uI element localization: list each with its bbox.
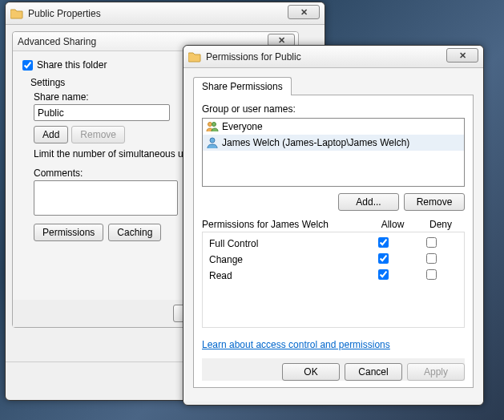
group-names-label: Group or user names: bbox=[202, 103, 465, 115]
user-name: James Welch (James-Laptop\James Welch) bbox=[222, 137, 409, 148]
permission-row: Full Control bbox=[203, 236, 464, 252]
allow-checkbox[interactable] bbox=[378, 237, 389, 248]
share-folder-label: Share this folder bbox=[37, 59, 107, 71]
group-icon bbox=[206, 120, 219, 133]
permission-name: Read bbox=[209, 270, 361, 281]
deny-checkbox[interactable] bbox=[426, 253, 437, 264]
share-name-input[interactable] bbox=[34, 104, 170, 121]
permissions-title: Permissions for Public bbox=[206, 51, 301, 63]
permissions-ok-button[interactable]: OK bbox=[282, 363, 340, 381]
permissions-close-button[interactable]: ✕ bbox=[446, 48, 478, 63]
folder-icon bbox=[188, 50, 201, 63]
deny-checkbox[interactable] bbox=[426, 269, 437, 280]
svg-point-0 bbox=[208, 123, 212, 127]
close-icon: ✕ bbox=[459, 50, 466, 61]
permissions-button-row: OK Cancel Apply bbox=[202, 358, 465, 381]
permissions-for-label: Permissions for James Welch bbox=[202, 219, 369, 230]
permissions-button[interactable]: Permissions bbox=[34, 224, 103, 241]
list-item[interactable]: James Welch (James-Laptop\James Welch) bbox=[203, 135, 464, 151]
user-name: Everyone bbox=[222, 121, 263, 132]
permission-row: Read bbox=[203, 268, 464, 284]
deny-column-header: Deny bbox=[417, 219, 465, 230]
permission-name: Change bbox=[209, 254, 361, 265]
adv-sharing-title: Advanced Sharing bbox=[18, 36, 96, 47]
user-add-button[interactable]: Add... bbox=[338, 193, 399, 211]
close-icon: ✕ bbox=[278, 35, 285, 46]
permissions-cancel-button[interactable]: Cancel bbox=[345, 363, 402, 381]
share-remove-button: Remove bbox=[71, 126, 125, 143]
close-icon: ✕ bbox=[300, 7, 308, 18]
list-item[interactable]: Everyone bbox=[203, 119, 464, 135]
tab-share-permissions[interactable]: Share Permissions bbox=[193, 77, 292, 95]
user-names-listbox[interactable]: EveryoneJames Welch (James-Laptop\James … bbox=[202, 118, 465, 187]
properties-title: Public Properties bbox=[28, 8, 101, 19]
svg-point-2 bbox=[210, 138, 215, 143]
comments-textarea[interactable] bbox=[34, 180, 178, 216]
share-add-button[interactable]: Add bbox=[34, 126, 68, 143]
permission-name: Full Control bbox=[209, 238, 361, 249]
folder-icon bbox=[10, 7, 23, 20]
user-icon bbox=[206, 136, 219, 149]
learn-link[interactable]: Learn about access control and permissio… bbox=[202, 339, 390, 350]
permissions-titlebar[interactable]: Permissions for Public ✕ bbox=[183, 46, 483, 68]
properties-titlebar[interactable]: Public Properties ✕ bbox=[6, 2, 325, 25]
permissions-list: Full ControlChangeRead bbox=[202, 232, 465, 328]
user-remove-button[interactable]: Remove bbox=[404, 193, 465, 211]
deny-checkbox[interactable] bbox=[426, 237, 437, 248]
svg-point-1 bbox=[212, 123, 216, 127]
allow-column-header: Allow bbox=[369, 219, 417, 230]
permissions-header: Permissions for James Welch Allow Deny bbox=[202, 219, 465, 230]
caching-button[interactable]: Caching bbox=[108, 224, 161, 241]
properties-close-button[interactable]: ✕ bbox=[288, 5, 320, 19]
permission-row: Change bbox=[203, 252, 464, 268]
share-folder-checkbox[interactable] bbox=[22, 60, 33, 71]
permissions-apply-button: Apply bbox=[407, 363, 465, 381]
allow-checkbox[interactable] bbox=[378, 269, 389, 280]
allow-checkbox[interactable] bbox=[378, 253, 389, 264]
permissions-window: Permissions for Public ✕ Share Permissio… bbox=[183, 45, 484, 406]
